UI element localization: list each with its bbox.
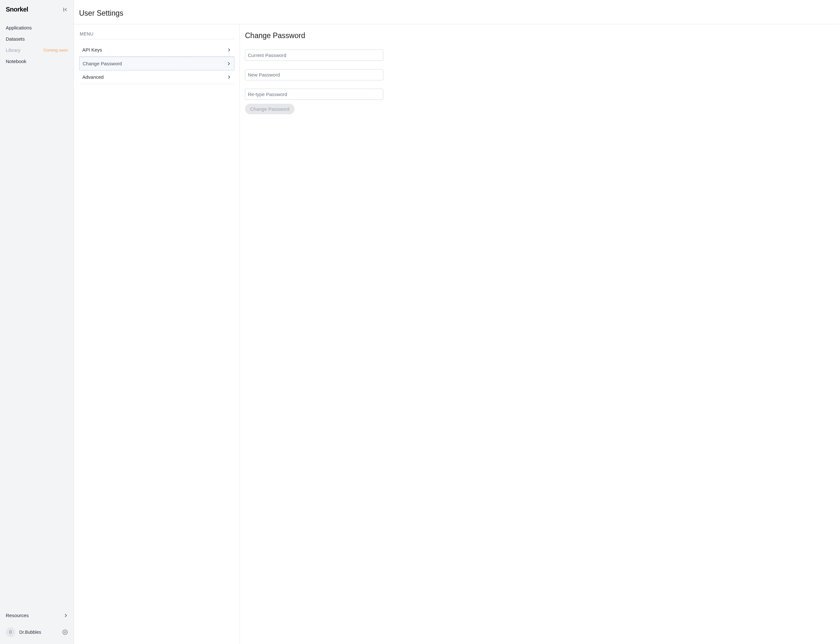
sidebar-item-library: Library Coming soon — [6, 44, 68, 56]
sidebar-item-label: Notebook — [6, 59, 26, 64]
sidebar-header: Snorkel — [6, 6, 68, 13]
current-password-input[interactable] — [245, 49, 383, 61]
sidebar-item-applications[interactable]: Applications — [6, 22, 68, 33]
change-password-form: Change Password — [245, 49, 383, 114]
svg-point-1 — [64, 631, 66, 633]
menu-item-advanced[interactable]: Advanced — [79, 71, 234, 84]
coming-soon-badge: Coming soon — [43, 48, 68, 53]
detail-panel: Change Password Change Password — [240, 24, 839, 644]
new-password-input[interactable] — [245, 69, 383, 80]
page-header: User Settings — [74, 0, 839, 24]
gear-icon — [62, 629, 68, 635]
username: Dr.Bubbles — [19, 629, 41, 635]
sidebar: Snorkel Applications Datasets Library Co… — [0, 0, 74, 644]
settings-button[interactable] — [62, 629, 68, 635]
avatar: D — [6, 628, 15, 637]
retype-password-input[interactable] — [245, 89, 383, 100]
chevron-right-icon — [227, 48, 231, 52]
user-row: D Dr.Bubbles — [6, 626, 68, 638]
user-info[interactable]: D Dr.Bubbles — [6, 628, 41, 637]
main-content: User Settings MENU API Keys Change Passw — [74, 0, 839, 644]
brand-logo: Snorkel — [6, 6, 28, 13]
sidebar-item-label: Library — [6, 48, 20, 53]
settings-menu-panel: MENU API Keys Change Password — [74, 24, 240, 644]
menu-item-label: Change Password — [82, 61, 122, 66]
sidebar-item-label: Datasets — [6, 36, 25, 42]
sidebar-nav: Applications Datasets Library Coming soo… — [6, 22, 68, 67]
menu-heading: MENU — [79, 31, 234, 39]
submit-row: Change Password — [245, 104, 383, 114]
sidebar-item-datasets[interactable]: Datasets — [6, 33, 68, 44]
menu-item-api-keys[interactable]: API Keys — [79, 43, 234, 57]
content-split: MENU API Keys Change Password — [74, 24, 839, 644]
menu-item-label: API Keys — [82, 47, 102, 53]
chevron-right-icon — [226, 61, 231, 66]
page-title: User Settings — [79, 9, 829, 18]
change-password-button[interactable]: Change Password — [245, 104, 294, 114]
sidebar-item-resources[interactable]: Resources — [6, 610, 68, 621]
sidebar-item-notebook[interactable]: Notebook — [6, 56, 68, 67]
sidebar-item-label: Applications — [6, 25, 32, 30]
menu-item-change-password[interactable]: Change Password — [79, 57, 234, 71]
detail-title: Change Password — [245, 31, 834, 40]
chevron-right-icon — [63, 613, 68, 618]
menu-list: API Keys Change Password — [79, 43, 234, 84]
sidebar-footer: Resources D Dr.Bubbles — [6, 610, 68, 638]
collapse-icon — [63, 7, 68, 12]
sidebar-item-label: Resources — [6, 613, 29, 618]
chevron-right-icon — [227, 75, 231, 79]
sidebar-collapse-button[interactable] — [63, 7, 68, 12]
menu-item-label: Advanced — [82, 74, 104, 80]
